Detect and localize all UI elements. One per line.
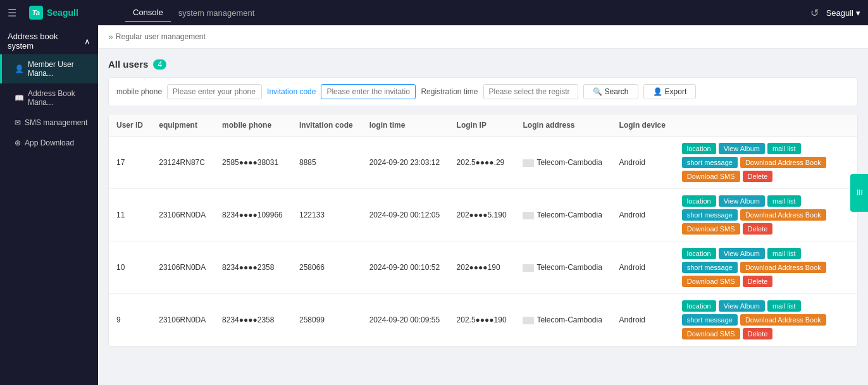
registration-time-input[interactable] — [483, 84, 578, 99]
short-message-button[interactable]: short message — [682, 262, 738, 273]
mobile-phone-input[interactable] — [167, 84, 262, 99]
location-button[interactable]: location — [682, 300, 716, 312]
cell-login-device: Android — [612, 294, 674, 346]
logo-icon: Ta — [29, 6, 43, 20]
sidebar-item-label: Address Book Mana... — [28, 89, 90, 107]
cell-mobile-phone: 2585●●●●38031 — [214, 137, 292, 189]
view-album-button[interactable]: View Album — [719, 300, 765, 312]
download-address-book-button[interactable]: Download Address Book — [740, 209, 826, 221]
sidebar-item-sms[interactable]: ✉ SMS management — [0, 113, 98, 133]
export-icon: 👤 — [653, 87, 662, 96]
mail-list-button[interactable]: mail list — [767, 143, 801, 154]
topbar-subtitle: system management — [178, 8, 255, 18]
breadcrumb-sep: » — [108, 32, 113, 42]
users-table-wrap: User ID equipment mobile phone Invitatio… — [108, 114, 858, 347]
cell-equipment: 23106RN0DA — [151, 241, 214, 294]
short-message-button[interactable]: short message — [682, 209, 738, 221]
cell-invitation-code: 258066 — [292, 241, 362, 294]
action-buttons: locationView Albummail listshort message… — [682, 248, 846, 287]
col-login-address: Login address — [515, 114, 611, 137]
delete-button[interactable]: Delete — [743, 276, 773, 287]
logo-text: Seagull — [47, 8, 78, 18]
download-sms-button[interactable]: Download SMS — [682, 223, 740, 235]
cell-mobile-phone: 8234●●●●109966 — [214, 189, 292, 241]
mail-list-button[interactable]: mail list — [767, 195, 801, 207]
console-tab[interactable]: Console — [125, 4, 171, 22]
cell-login-time: 2024-09-20 23:03:12 — [362, 137, 449, 189]
short-message-button[interactable]: short message — [682, 314, 738, 326]
download-sms-button[interactable]: Download SMS — [682, 328, 740, 339]
user-label: Seagull — [826, 8, 853, 18]
col-login-time: login time — [362, 114, 449, 137]
short-message-button[interactable]: short message — [682, 157, 738, 168]
table-row: 9 23106RN0DA 8234●●●●2358 258099 2024-09… — [109, 294, 857, 346]
invitation-code-input[interactable] — [321, 84, 416, 99]
table-row: 17 23124RN87C 2585●●●●38031 8885 2024-09… — [109, 137, 857, 189]
mail-list-button[interactable]: mail list — [767, 300, 801, 312]
search-button[interactable]: 🔍 Search — [583, 84, 638, 99]
sidebar: Address book system ∧ 👤 Member User Mana… — [0, 25, 98, 385]
cell-login-time: 2024-09-20 00:10:52 — [362, 241, 449, 294]
cell-equipment: 23106RN0DA — [151, 189, 214, 241]
delete-button[interactable]: Delete — [743, 223, 773, 235]
cell-login-address: Telecom-Cambodia — [515, 137, 611, 189]
download-sms-button[interactable]: Download SMS — [682, 276, 740, 287]
delete-button[interactable]: Delete — [743, 171, 773, 182]
users-count-badge: 4 — [153, 59, 166, 70]
menu-icon[interactable]: ☰ — [8, 7, 16, 19]
col-invitation-code: Invitation code — [292, 114, 362, 137]
member-user-icon: 👤 — [15, 64, 24, 73]
col-login-device: Login device — [612, 114, 674, 137]
table-row: 11 23106RN0DA 8234●●●●109966 122133 2024… — [109, 189, 857, 241]
sidebar-item-member-user[interactable]: 👤 Member User Mana... — [0, 54, 98, 83]
users-header: All users 4 — [108, 59, 858, 70]
scroll-float-button[interactable]: ≡ — [850, 174, 868, 212]
view-album-button[interactable]: View Album — [719, 248, 765, 259]
invitation-code-label: Invitation code — [267, 87, 316, 96]
refresh-icon[interactable]: ↺ — [810, 7, 819, 19]
cell-equipment: 23124RN87C — [151, 137, 214, 189]
cell-login-device: Android — [612, 241, 674, 294]
cell-login-ip: 202.5●●●●.29 — [449, 137, 516, 189]
view-album-button[interactable]: View Album — [719, 195, 765, 207]
download-address-book-button[interactable]: Download Address Book — [740, 262, 826, 273]
cell-actions: locationView Albummail listshort message… — [674, 294, 857, 346]
sidebar-section-chevron: ∧ — [84, 37, 90, 46]
mobile-phone-label: mobile phone — [116, 87, 162, 96]
action-buttons: locationView Albummail listshort message… — [682, 195, 846, 235]
col-mobile-phone: mobile phone — [214, 114, 292, 137]
cell-login-address: Telecom-Cambodia — [515, 294, 611, 346]
cell-equipment: 23106RN0DA — [151, 294, 214, 346]
action-buttons: locationView Albummail listshort message… — [682, 300, 846, 339]
sidebar-item-label: Member User Mana... — [28, 60, 90, 78]
sidebar-item-address-book[interactable]: 📖 Address Book Mana... — [0, 83, 98, 113]
search-label: Search — [605, 87, 629, 96]
registration-time-label: Registration time — [421, 87, 478, 96]
cell-login-time: 2024-09-20 00:12:05 — [362, 189, 449, 241]
mail-list-button[interactable]: mail list — [767, 248, 801, 259]
location-button[interactable]: location — [682, 143, 716, 154]
search-icon: 🔍 — [593, 87, 602, 96]
delete-button[interactable]: Delete — [743, 328, 773, 339]
cell-login-ip: 202.5●●●●190 — [449, 294, 516, 346]
sidebar-item-app-download[interactable]: ⊕ App Download — [0, 133, 98, 153]
download-sms-button[interactable]: Download SMS — [682, 171, 740, 182]
location-button[interactable]: location — [682, 195, 716, 207]
cell-login-time: 2024-09-20 00:09:55 — [362, 294, 449, 346]
cell-login-device: Android — [612, 189, 674, 241]
cell-login-ip: 202●●●●190 — [449, 241, 516, 294]
cell-invitation-code: 122133 — [292, 189, 362, 241]
cell-user-id: 11 — [109, 189, 151, 241]
export-button[interactable]: 👤 Export — [643, 84, 697, 99]
view-album-button[interactable]: View Album — [719, 143, 765, 154]
cell-login-ip: 202●●●●5.190 — [449, 189, 516, 241]
users-table: User ID equipment mobile phone Invitatio… — [109, 114, 857, 346]
topbar: ☰ Ta Seagull Console system management ↺… — [0, 0, 868, 25]
user-menu[interactable]: Seagull ▾ — [826, 8, 860, 18]
col-login-ip: Login IP — [449, 114, 516, 137]
sidebar-section-address-book[interactable]: Address book system ∧ — [0, 25, 98, 54]
download-address-book-button[interactable]: Download Address Book — [740, 157, 826, 168]
location-button[interactable]: location — [682, 248, 716, 259]
download-address-book-button[interactable]: Download Address Book — [740, 314, 826, 326]
sidebar-item-label: App Download — [25, 138, 74, 147]
